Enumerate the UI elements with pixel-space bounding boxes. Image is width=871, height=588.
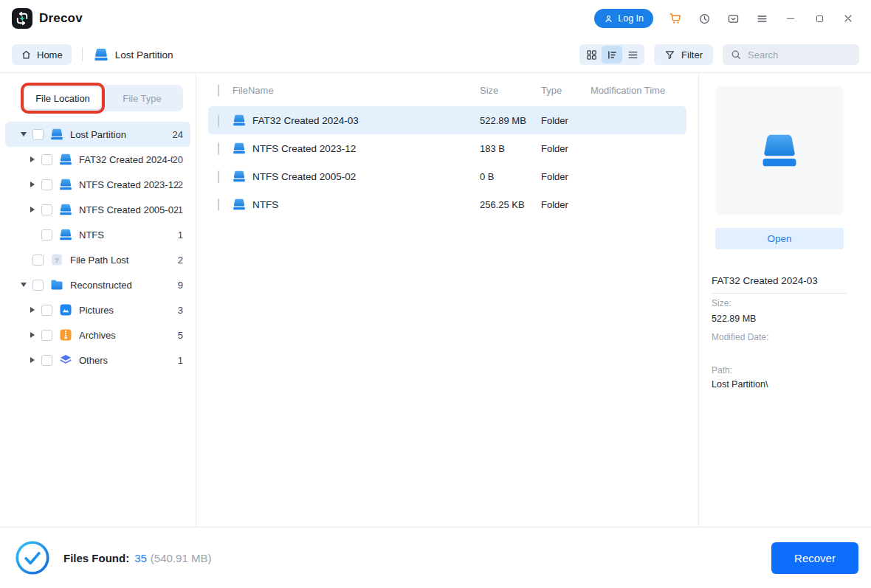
tree-item-count: 1 (178, 355, 183, 366)
preview-title: FAT32 Created 2024-03 (712, 275, 858, 286)
tree-view-button[interactable] (602, 46, 622, 63)
disk-icon (49, 127, 64, 142)
disk-icon (232, 197, 247, 212)
tree-item-label: Pictures (79, 305, 114, 316)
tree-item-label: NTFS Created 2023-12 (79, 179, 178, 190)
sidebar-tabs: File Location File Type (22, 85, 183, 111)
tree-item-checkbox[interactable] (41, 229, 52, 241)
tree-item-checkbox[interactable] (41, 154, 52, 165)
mail-icon[interactable] (726, 12, 740, 25)
expand-arrow-icon[interactable] (18, 132, 29, 136)
file-size: 522.89 MB (480, 115, 541, 126)
tab-file-location[interactable]: File Location (24, 87, 101, 109)
tree-item-checkbox[interactable] (41, 355, 52, 366)
tree-item-ntfs-created-2005-02[interactable]: NTFS Created 2005-021 (5, 197, 190, 222)
expand-arrow-icon[interactable] (27, 207, 38, 212)
scan-complete-icon (15, 540, 50, 575)
tree-item-checkbox[interactable] (32, 129, 44, 140)
disk-icon (58, 177, 73, 192)
expand-arrow-icon[interactable] (27, 332, 38, 338)
pictures-icon (58, 302, 73, 317)
maximize-button[interactable] (813, 12, 826, 25)
tree-item-checkbox[interactable] (41, 204, 52, 215)
layers-icon (58, 353, 73, 367)
search-box[interactable] (723, 44, 859, 65)
tree-item-fat32-created-2024-03[interactable]: FAT32 Created 2024-0320 (5, 147, 190, 172)
content-area: File Location File Type Lost Partition24… (0, 72, 871, 527)
expand-arrow-icon[interactable] (27, 307, 38, 313)
tree-item-reconstructed[interactable]: Reconstructed9 (5, 272, 190, 297)
files-found-label: Files Found: (63, 552, 129, 564)
minimize-button[interactable] (784, 12, 797, 25)
tree-item-checkbox[interactable] (32, 280, 44, 291)
expand-arrow-icon[interactable] (18, 283, 29, 287)
column-header-modification-time[interactable]: Modification Time (591, 85, 686, 96)
tree-item-checkbox[interactable] (32, 255, 44, 266)
expand-arrow-icon[interactable] (27, 357, 38, 363)
file-question-icon: ? (49, 252, 64, 267)
file-rows: FAT32 Created 2024-03522.89 MBFolderNTFS… (208, 106, 686, 218)
column-header-type[interactable]: Type (541, 85, 591, 96)
column-header-filename[interactable]: FileName (232, 85, 480, 96)
file-size: 0 B (480, 171, 541, 182)
cart-icon[interactable] (669, 12, 682, 25)
grid-view-button[interactable] (581, 46, 602, 63)
tree-item-pictures[interactable]: Pictures3 (5, 297, 190, 322)
titlebar-actions: Log In (594, 9, 855, 28)
sidebar: File Location File Type Lost Partition24… (0, 73, 196, 527)
menu-icon[interactable] (755, 12, 768, 25)
expand-arrow-icon[interactable] (27, 156, 38, 162)
tree-item-file-path-lost[interactable]: ?File Path Lost2 (5, 247, 190, 272)
table-row-ntfs-created-2023-12[interactable]: NTFS Created 2023-12183 BFolder (208, 134, 686, 162)
tree-item-checkbox[interactable] (41, 330, 52, 341)
tree-item-count: 1 (178, 204, 183, 215)
login-button[interactable]: Log In (594, 9, 653, 28)
tree-item-count: 9 (178, 280, 183, 291)
svg-text:?: ? (55, 256, 59, 264)
history-icon[interactable] (698, 12, 711, 25)
recover-button[interactable]: Recover (771, 542, 858, 574)
list-view-button[interactable] (622, 46, 643, 63)
home-icon (21, 49, 32, 60)
home-button-label: Home (37, 49, 63, 60)
file-type: Folder (541, 115, 591, 126)
select-all-checkbox[interactable] (218, 84, 219, 97)
filter-button[interactable]: Filter (654, 44, 713, 65)
row-checkbox[interactable] (218, 198, 219, 211)
tree-item-label: Lost Partition (70, 129, 126, 140)
close-button[interactable] (841, 12, 855, 25)
tree-item-ntfs[interactable]: NTFS1 (5, 222, 190, 247)
toolbar: Home Lost Partition Filter (0, 43, 871, 66)
disk-icon (232, 141, 247, 156)
table-row-ntfs-created-2005-02[interactable]: NTFS Created 2005-020 BFolder (208, 162, 686, 190)
tree-item-ntfs-created-2023-12[interactable]: NTFS Created 2023-122 (5, 172, 190, 197)
file-name: FAT32 Created 2024-03 (252, 115, 359, 126)
file-type: Folder (541, 171, 591, 182)
tree-item-checkbox[interactable] (41, 305, 52, 316)
files-found-count: 35 (134, 552, 147, 564)
funnel-icon (664, 49, 675, 60)
home-button[interactable]: Home (12, 44, 72, 65)
tree-item-archives[interactable]: Archives5 (5, 322, 190, 347)
table-row-ntfs[interactable]: NTFS256.25 KBFolder (208, 190, 686, 218)
expand-arrow-icon[interactable] (27, 181, 38, 187)
file-type: Folder (541, 143, 591, 154)
row-checkbox[interactable] (218, 142, 219, 155)
tree-item-label: Others (79, 355, 108, 366)
search-input[interactable] (748, 49, 852, 60)
detail-divider (712, 293, 847, 294)
column-header-size[interactable]: Size (480, 85, 541, 96)
row-checkbox[interactable] (218, 114, 219, 127)
table-row-fat32-created-2024-03[interactable]: FAT32 Created 2024-03522.89 MBFolder (208, 106, 686, 134)
open-button[interactable]: Open (715, 228, 844, 249)
tree-item-lost-partition[interactable]: Lost Partition24 (5, 122, 190, 147)
tab-file-type[interactable]: File Type (101, 85, 183, 111)
row-checkbox[interactable] (218, 170, 219, 183)
path-label: Path: (712, 365, 732, 376)
tree-item-others[interactable]: Others1 (5, 347, 190, 373)
tree-item-label: Reconstructed (70, 280, 132, 291)
tree-item-checkbox[interactable] (41, 179, 52, 190)
tree-item-label: File Path Lost (70, 255, 129, 266)
file-size: 256.25 KB (480, 199, 541, 210)
app-title: Drecov (39, 11, 83, 26)
